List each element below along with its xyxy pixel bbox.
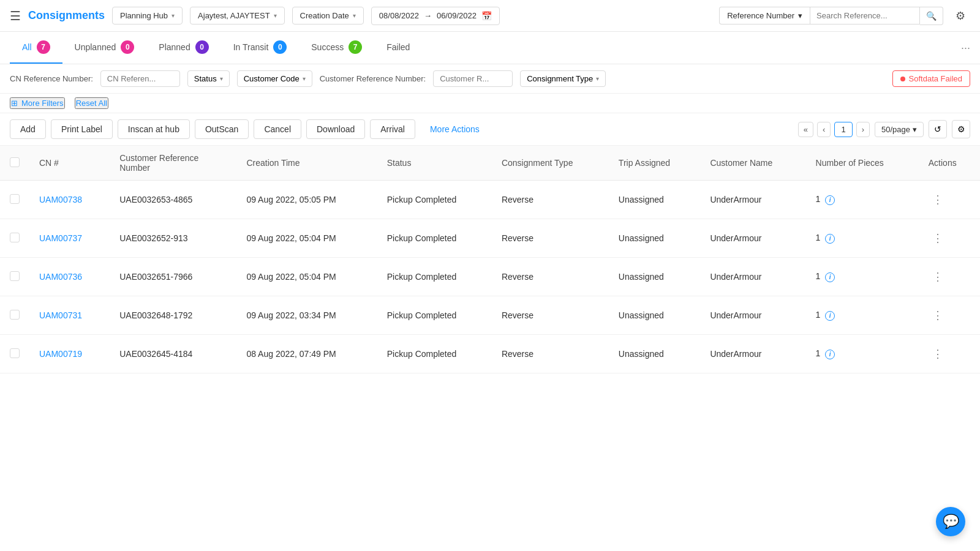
search-button[interactable]: 🔍: [920, 7, 943, 25]
row-more-actions-4[interactable]: ⋮: [929, 347, 947, 361]
app-title: Consignments: [28, 9, 105, 22]
customer-code-filter-label: Customer Code: [244, 74, 300, 83]
cn-ref-input[interactable]: [100, 70, 180, 87]
tab-all[interactable]: All 7: [10, 32, 62, 64]
table-header-row: CN # Customer ReferenceNumber Creation T…: [0, 146, 980, 181]
row-customer-ref-2: UAE0032651-7966: [110, 258, 236, 296]
row-more-actions-3[interactable]: ⋮: [929, 308, 947, 323]
row-cn-3: UAM00731: [29, 296, 110, 335]
tab-unplanned[interactable]: Unplanned 0: [62, 32, 147, 64]
consignment-type-filter-dropdown[interactable]: Consignment Type ▾: [520, 70, 606, 87]
refresh-button[interactable]: ↺: [929, 120, 947, 138]
row-actions-2: ⋮: [919, 258, 980, 296]
row-checkbox-0[interactable]: [10, 194, 20, 204]
settings-icon[interactable]: ⚙: [951, 6, 970, 26]
creation-date-label: Creation Date: [300, 11, 349, 20]
user-dropdown[interactable]: Ajaytest, AJAYTEST ▾: [190, 7, 285, 24]
cn-link-2[interactable]: UAM00736: [39, 272, 82, 282]
pagination-current-page[interactable]: 1: [834, 122, 852, 137]
inscan-hub-button[interactable]: Inscan at hub: [118, 119, 190, 139]
table-row: UAM00738 UAE0032653-4865 09 Aug 2022, 05…: [0, 181, 980, 219]
row-more-actions-1[interactable]: ⋮: [929, 231, 947, 246]
pagination-first-button[interactable]: «: [798, 122, 813, 137]
consignment-type-chevron-icon: ▾: [596, 75, 599, 82]
outscan-button[interactable]: OutScan: [195, 119, 249, 139]
cn-link-3[interactable]: UAM00731: [39, 310, 82, 320]
header-num-pieces: Number of Pieces: [806, 146, 919, 181]
pieces-info-icon-0[interactable]: i: [825, 195, 835, 205]
status-chevron-icon: ▾: [220, 75, 223, 82]
menu-icon[interactable]: ☰: [10, 9, 21, 23]
status-filter-dropdown[interactable]: Status ▾: [187, 70, 230, 87]
print-label-button[interactable]: Print Label: [51, 119, 113, 139]
page-size-chevron-icon: ▾: [913, 125, 917, 134]
row-checkbox-3[interactable]: [10, 310, 20, 320]
date-from: 08/08/2022: [379, 11, 419, 20]
customer-ref-input[interactable]: [433, 70, 513, 87]
table-row: UAM00736 UAE0032651-7966 09 Aug 2022, 05…: [0, 258, 980, 296]
row-status-4: Pickup Completed: [377, 335, 492, 373]
row-checkbox-2[interactable]: [10, 271, 20, 281]
row-checkbox-4[interactable]: [10, 348, 20, 358]
planning-hub-dropdown[interactable]: Planning Hub ▾: [112, 7, 183, 24]
row-num-pieces-0: 1 i: [806, 181, 919, 219]
pieces-info-icon-2[interactable]: i: [825, 272, 835, 282]
tab-in-transit[interactable]: In Transit 0: [221, 32, 300, 64]
row-consignment-type-2: Reverse: [492, 258, 609, 296]
tab-failed[interactable]: Failed: [374, 34, 422, 62]
reference-number-dropdown[interactable]: Reference Number ▾: [719, 7, 810, 24]
header: ☰ Consignments Planning Hub ▾ Ajaytest, …: [0, 0, 980, 32]
cn-link-1[interactable]: UAM00737: [39, 233, 82, 243]
row-status-2: Pickup Completed: [377, 258, 492, 296]
row-actions-4: ⋮: [919, 335, 980, 373]
page-size-label: 50/page: [881, 125, 910, 134]
tab-bar: All 7 Unplanned 0 Planned 0 In Transit 0…: [0, 32, 980, 64]
header-cn-number: CN #: [29, 146, 110, 181]
page-size-selector[interactable]: 50/page ▾: [875, 122, 924, 137]
row-creation-time-4: 08 Aug 2022, 07:49 PM: [236, 335, 377, 373]
add-button[interactable]: Add: [10, 119, 46, 139]
row-creation-time-0: 09 Aug 2022, 05:05 PM: [236, 181, 377, 219]
header-status: Status: [377, 146, 492, 181]
creation-date-dropdown[interactable]: Creation Date ▾: [292, 7, 364, 24]
column-settings-button[interactable]: ⚙: [952, 120, 970, 138]
row-more-actions-2[interactable]: ⋮: [929, 269, 947, 284]
row-more-actions-0[interactable]: ⋮: [929, 192, 947, 207]
pagination-controls: « ‹ 1 ›: [798, 122, 870, 137]
filter-icon: ⊞: [11, 99, 18, 108]
row-consignment-type-1: Reverse: [492, 219, 609, 258]
pieces-info-icon-4[interactable]: i: [825, 350, 835, 359]
consignment-type-filter-label: Consignment Type: [527, 74, 593, 83]
download-button[interactable]: Download: [306, 119, 365, 139]
row-trip-assigned-2: Unassigned: [609, 258, 701, 296]
tab-planned[interactable]: Planned 0: [146, 32, 221, 64]
arrival-button[interactable]: Arrival: [370, 119, 415, 139]
softdata-failed-button[interactable]: Softdata Failed: [892, 70, 970, 87]
tab-success[interactable]: Success 7: [299, 32, 374, 64]
select-all-checkbox[interactable]: [10, 157, 20, 167]
cancel-button[interactable]: Cancel: [254, 119, 301, 139]
reset-all-button[interactable]: Reset All: [75, 97, 108, 109]
date-to: 06/09/2022: [437, 11, 477, 20]
pagination-prev-button[interactable]: ‹: [817, 122, 831, 137]
cn-link-4[interactable]: UAM00719: [39, 349, 82, 359]
pieces-info-icon-1[interactable]: i: [825, 234, 835, 244]
table-row: UAM00731 UAE0032648-1792 09 Aug 2022, 03…: [0, 296, 980, 335]
row-customer-ref-3: UAE0032648-1792: [110, 296, 236, 335]
more-filters-button[interactable]: ⊞ More Filters: [10, 97, 65, 109]
more-actions-button[interactable]: More Actions: [420, 120, 489, 138]
row-cn-2: UAM00736: [29, 258, 110, 296]
pagination-next-button[interactable]: ›: [856, 122, 870, 137]
calendar-icon[interactable]: 📅: [481, 11, 492, 21]
row-trip-assigned-4: Unassigned: [609, 335, 701, 373]
tabs-more-icon[interactable]: ···: [961, 42, 970, 54]
row-customer-name-3: UnderArmour: [700, 296, 805, 335]
row-trip-assigned-3: Unassigned: [609, 296, 701, 335]
row-trip-assigned-1: Unassigned: [609, 219, 701, 258]
row-checkbox-1[interactable]: [10, 233, 20, 242]
pieces-info-icon-3[interactable]: i: [825, 311, 835, 321]
search-input[interactable]: [810, 7, 920, 24]
customer-code-filter-dropdown[interactable]: Customer Code ▾: [237, 70, 312, 87]
cn-link-0[interactable]: UAM00738: [39, 195, 82, 204]
date-range-picker[interactable]: 08/08/2022 → 06/09/2022 📅: [371, 7, 500, 25]
